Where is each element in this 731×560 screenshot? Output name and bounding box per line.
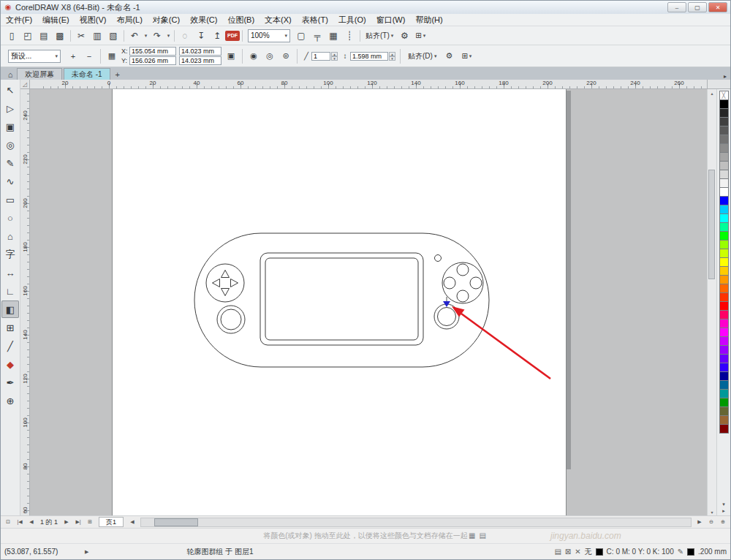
polygon-tool[interactable]: ⌂ — [1, 227, 19, 245]
fullscreen-preview-button[interactable]: ▢ — [293, 28, 309, 44]
page-tab[interactable]: 页1 — [99, 517, 124, 527]
zoom-out-button[interactable]: ⊖ — [706, 518, 716, 527]
scroll-down-icon[interactable]: ▾ — [711, 508, 713, 515]
snap-menu-button[interactable]: 贴齐(D) ▾ — [405, 48, 439, 64]
vscroll-thumb[interactable] — [708, 170, 715, 279]
chevron-down-icon[interactable]: ▾ — [284, 33, 287, 39]
menu-item[interactable]: 布局(L) — [111, 14, 147, 26]
vertical-scrollbar[interactable]: ▴ ▾ — [707, 89, 716, 515]
color-eyedropper-tool[interactable]: ╱ — [1, 337, 19, 355]
options-button[interactable]: ⚙ — [396, 28, 412, 44]
new-tab-button[interactable]: + — [112, 69, 124, 80]
undo-button[interactable]: ↶ — [126, 28, 143, 44]
inside-contour-button[interactable]: ◎ — [263, 49, 276, 64]
menu-item[interactable]: 编辑(E) — [37, 14, 75, 26]
menu-item[interactable]: 文本(X) — [260, 14, 297, 26]
save-button[interactable]: ▤ — [36, 28, 52, 44]
next-page-button[interactable]: ▶ — [61, 518, 72, 527]
contour-steps-input[interactable]: 1 — [311, 52, 330, 61]
ruler-origin-button[interactable]: ◿ — [20, 80, 30, 88]
lock-ratio-button[interactable]: ▣ — [224, 49, 238, 64]
to-center-button[interactable]: ◉ — [247, 49, 260, 64]
hscroll-right-button[interactable]: ▶ — [694, 518, 705, 527]
object-height-input[interactable]: 14.023 mm — [179, 56, 221, 65]
delete-preset-button[interactable]: − — [83, 49, 96, 64]
x-position-input[interactable]: 155.054 mm — [129, 47, 176, 56]
maximize-button[interactable]: ▢ — [688, 2, 707, 12]
application-launcher-button[interactable]: ⊞ ▾ — [412, 28, 428, 44]
open-button[interactable]: ◰ — [20, 28, 36, 44]
hscroll-thumb[interactable] — [154, 518, 198, 526]
preset-combo[interactable]: 预设... ▾ — [8, 50, 61, 63]
menu-item[interactable]: 工具(O) — [333, 14, 371, 26]
page-navigator-button[interactable]: ⊡ — [3, 518, 13, 527]
color-swatch[interactable] — [719, 424, 729, 434]
prev-page-button[interactable]: ◀ — [26, 518, 37, 527]
redo-button[interactable]: ↷ — [149, 28, 165, 44]
zoom-in-button[interactable]: ⊕ — [718, 518, 728, 527]
artistic-media-tool[interactable]: ∿ — [1, 173, 19, 190]
menu-item[interactable]: 帮助(H) — [410, 14, 447, 26]
property-overflow-button[interactable]: ⊞ ▾ — [458, 48, 474, 64]
tab-untitled-1[interactable]: 未命名 -1 — [64, 68, 110, 80]
interactive-fill-tool[interactable]: ◧ — [1, 300, 19, 318]
add-tools-button[interactable]: ⊕ — [1, 392, 19, 409]
horizontal-scrollbar[interactable] — [140, 518, 692, 527]
add-preset-button[interactable]: + — [67, 49, 80, 64]
last-page-button[interactable]: ▶| — [73, 518, 83, 527]
undo-dropdown[interactable]: ▾ — [143, 28, 149, 44]
menu-item[interactable]: 效果(C) — [185, 14, 222, 26]
palette-library-icon[interactable]: ▦ — [469, 531, 475, 540]
document-palette-icon[interactable]: ▤ — [479, 531, 485, 540]
ellipse-tool[interactable]: ○ — [1, 209, 19, 227]
canvas[interactable] — [30, 89, 707, 515]
hscroll-left-button[interactable]: ◀ — [127, 518, 137, 527]
copy-button[interactable]: ▥ — [89, 28, 105, 44]
outline-pen-tool[interactable]: ✒ — [1, 374, 19, 391]
options-gear-button[interactable]: ⚙ — [442, 49, 455, 64]
tab-welcome[interactable]: 欢迎屏幕 — [17, 68, 62, 80]
contour-offset-input[interactable]: 1.598 mm — [350, 52, 388, 61]
connector-tool[interactable]: ∟ — [1, 282, 19, 300]
menu-item[interactable]: 表格(T) — [297, 14, 333, 26]
tab-scroll-right-icon[interactable]: ▸ — [720, 73, 730, 80]
outside-contour-button[interactable]: ⊚ — [279, 49, 292, 64]
minimize-button[interactable]: – — [667, 2, 686, 12]
mesh-fill-tool[interactable]: ⊞ — [1, 319, 19, 336]
palette-scroll-down-icon[interactable]: ▾ — [722, 502, 725, 507]
spin-down-icon[interactable]: ▾ — [331, 56, 338, 61]
object-origin-button[interactable]: ▦ — [105, 49, 118, 64]
menu-item[interactable]: 视图(V) — [75, 14, 112, 26]
print-button[interactable]: ▩ — [52, 28, 68, 44]
object-width-input[interactable]: 14.023 mm — [179, 47, 221, 56]
show-rulers-button[interactable]: ╤ — [309, 28, 325, 44]
drawing-layer[interactable] — [30, 89, 707, 515]
zoom-level-combo[interactable]: 100% ▾ — [248, 29, 290, 42]
palette-expand-icon[interactable]: ▸ — [722, 508, 725, 514]
spin-down-icon[interactable]: ▾ — [389, 56, 395, 61]
separator[interactable] — [70, 30, 71, 42]
y-position-input[interactable]: 156.026 mm — [129, 56, 176, 65]
separator[interactable] — [360, 30, 360, 42]
paste-button[interactable]: ▧ — [105, 28, 121, 44]
horizontal-ruler[interactable]: 2002040608010012014016018020022024026028… — [30, 80, 707, 88]
separator[interactable] — [242, 30, 243, 42]
smart-fill-tool[interactable]: ◆ — [1, 355, 19, 373]
scroll-up-icon[interactable]: ▴ — [711, 89, 713, 97]
status-expand-icon[interactable]: ▶ — [85, 549, 88, 555]
first-page-button[interactable]: |◀ — [15, 518, 25, 527]
new-document-button[interactable]: ▯ — [4, 28, 20, 44]
close-button[interactable]: ✕ — [708, 2, 727, 12]
add-page-button[interactable]: ⊞ — [85, 518, 95, 527]
text-tool[interactable]: 字 — [1, 246, 19, 263]
redo-dropdown[interactable]: ▾ — [165, 28, 172, 44]
search-content-button[interactable]: ◌ — [177, 28, 193, 44]
menu-item[interactable]: 窗口(W) — [371, 14, 411, 26]
snap-dropdown-button[interactable]: 贴齐(T) ▾ — [363, 28, 396, 44]
separator[interactable] — [124, 30, 124, 42]
show-grid-button[interactable]: ▦ — [325, 28, 341, 44]
vertical-ruler[interactable]: 2402202001801601401201008060 — [20, 89, 30, 515]
pick-tool[interactable]: ↖ — [1, 81, 19, 99]
parallel-dimension-tool[interactable]: ↔ — [1, 264, 19, 281]
show-guidelines-button[interactable]: ┊ — [341, 28, 357, 44]
